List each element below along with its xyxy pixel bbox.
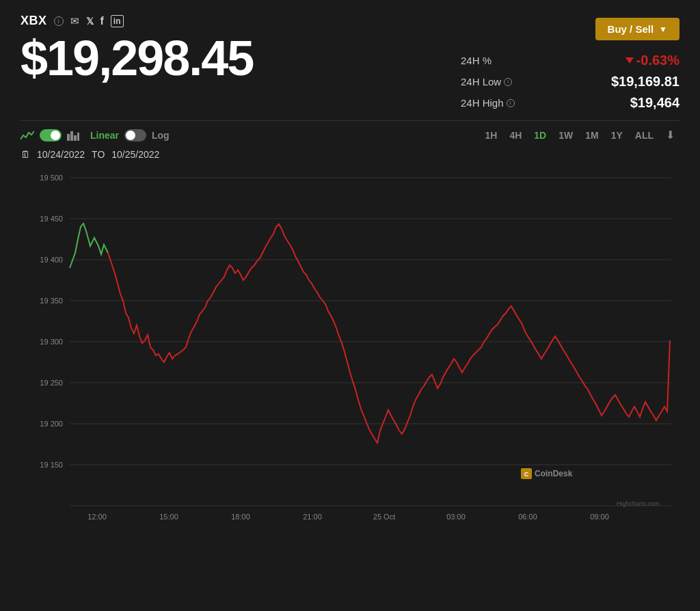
log-label: Log [152,130,170,141]
svg-text:19 200: 19 200 [40,420,63,428]
svg-text:19 400: 19 400 [40,256,63,264]
svg-text:15:00: 15:00 [159,513,178,521]
svg-text:19 350: 19 350 [40,297,63,305]
time-btn-1h[interactable]: 1H [480,128,502,143]
time-btn-4h[interactable]: 4H [504,128,526,143]
time-btn-1w[interactable]: 1W [554,128,578,143]
scale-toggle-group: Linear Log [90,129,170,141]
svg-text:19 250: 19 250 [40,379,63,387]
time-btn-1y[interactable]: 1Y [606,128,628,143]
down-arrow-icon [625,57,634,64]
bar-chart-icon [67,130,79,141]
chart-area: 19 500 19 450 19 400 19 350 19 300 19 25… [21,164,679,533]
svg-text:19 500: 19 500 [40,174,63,182]
ticker-section: XBX i ✉ 𝕏 f in $19,298.45 [21,14,253,83]
stat-24h-low-value: $19,169.81 [611,74,679,90]
main-container: XBX i ✉ 𝕏 f in $19,298.45 Buy / Sell ▼ [0,0,700,611]
scale-toggle[interactable] [124,129,146,141]
coindesk-icon-text: C [524,471,529,478]
date-to: 10/25/2022 [111,149,159,160]
current-price: $19,298.45 [21,33,253,83]
chart-line-red [108,224,670,443]
stat-24h-pct-label: 24H % [461,55,492,66]
twitter-icon[interactable]: 𝕏 [86,16,94,27]
stat-24h-high-label: 24H High i [461,97,515,109]
chevron-down-icon: ▼ [659,25,667,34]
coindesk-text: CoinDesk [535,469,573,478]
stat-row-low: 24H Low i $19,169.81 [461,74,679,90]
mail-icon[interactable]: ✉ [70,15,79,27]
svg-text:12:00: 12:00 [88,513,107,521]
svg-rect-0 [67,134,70,141]
date-to-label: TO [92,149,105,160]
svg-text:06:00: 06:00 [518,513,537,521]
linear-label: Linear [90,130,119,141]
buy-sell-button[interactable]: Buy / Sell ▼ [595,18,679,40]
time-btn-all[interactable]: ALL [630,128,658,143]
stat-24h-pct-value: -0.63% [625,53,679,68]
ticker-symbol: XBX [21,14,47,28]
buy-sell-label: Buy / Sell [608,23,654,35]
ticker-top: XBX i ✉ 𝕏 f in [21,14,253,28]
calendar-icon: 🗓 [21,149,30,160]
svg-rect-3 [77,133,79,141]
stat-24h-high-value: $19,464 [630,95,679,111]
chart-controls: Linear Log 1H 4H 1D 1W 1M 1Y ALL ⬇ [21,120,679,144]
time-btn-1m[interactable]: 1M [580,128,603,143]
date-from: 10/24/2022 [37,149,85,160]
chart-type-toggle-group [21,129,79,141]
download-button[interactable]: ⬇ [661,126,679,144]
chart-line-green [70,223,108,268]
chart-type-toggle[interactable] [40,129,62,141]
svg-text:19 300: 19 300 [40,338,63,346]
svg-text:18:00: 18:00 [231,513,250,521]
stat-row-high: 24H High i $19,464 [461,95,679,111]
header-row: XBX i ✉ 𝕏 f in $19,298.45 Buy / Sell ▼ [21,14,679,111]
social-icons: ✉ 𝕏 f in [70,15,124,27]
svg-text:19 450: 19 450 [40,215,63,223]
svg-text:19 150: 19 150 [40,461,63,469]
high-info-icon[interactable]: i [507,99,515,107]
facebook-icon[interactable]: f [100,15,104,27]
highcharts-credit: Highcharts.com [617,500,660,507]
svg-text:03:00: 03:00 [446,513,466,521]
svg-text:21:00: 21:00 [303,513,322,521]
svg-text:25 Oct: 25 Oct [373,513,395,521]
time-buttons-group: 1H 4H 1D 1W 1M 1Y ALL ⬇ [480,126,679,144]
stat-row-pct: 24H % -0.63% [461,53,679,68]
date-range: 🗓 10/24/2022 TO 10/25/2022 [21,149,679,160]
time-btn-1d[interactable]: 1D [529,128,551,143]
line-chart-icon [21,130,34,141]
stats-section: 24H % -0.63% 24H Low i $19,169.81 [461,53,679,111]
info-icon[interactable]: i [54,16,64,26]
svg-rect-2 [74,135,77,141]
svg-text:09:00: 09:00 [590,513,609,521]
stat-24h-low-label: 24H Low i [461,76,512,87]
pct-value-text: -0.63% [636,53,679,68]
svg-rect-1 [70,131,73,141]
linkedin-icon[interactable]: in [111,15,124,27]
price-chart: 19 500 19 450 19 400 19 350 19 300 19 25… [21,164,679,533]
low-info-icon[interactable]: i [504,78,512,86]
